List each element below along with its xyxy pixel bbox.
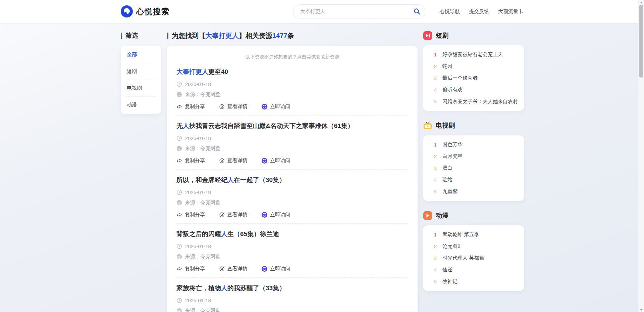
title-highlight: 大奉打更人 [176,68,208,75]
ranking-item[interactable]: 2 沧元图2 [423,240,524,252]
scrollbar-thumb[interactable] [639,5,643,78]
visit-donut-icon [262,212,267,218]
results-count: 1477 [272,32,287,40]
globe-icon [176,92,182,97]
result-title[interactable]: 无人扶我青云志我自踏雪至山巅&名动天下之家事难休（61集） [176,122,408,130]
ranking-item[interactable]: 3 时光代理人 英都篇 [423,252,524,264]
title-text: 背叛之后的闪耀 [176,230,221,237]
ranking-item-title: 闪婚京圈太子爷：夫人她来自农村 [442,98,518,105]
search-input[interactable] [300,9,411,14]
ranking-item[interactable]: 3 漂白 [423,162,524,174]
ranking-title: 电视剧 [436,121,455,130]
copy-share-button[interactable]: 复制分享 [176,103,205,110]
ranking-item-title: 武动乾坤 第五季 [442,231,479,238]
ranking-number: 4 [433,267,437,273]
top-nav-link[interactable]: 大额流量卡 [498,8,523,15]
ranking-item[interactable]: 1 武动乾坤 第五季 [423,229,524,240]
copy-share-button[interactable]: 复制分享 [176,266,205,272]
ranking-item-title: 仙逆 [442,267,452,273]
ranking-item[interactable]: 1 好孕甜妻被钻石老公宠上天 [423,49,524,60]
result-date-row: 2025-01-18 [176,298,408,303]
visit-now-button[interactable]: 立即访问 [262,103,290,110]
result-title[interactable]: 背叛之后的闪耀人生（65集）徐兰迪 [176,230,408,238]
ranking-number: 5 [433,189,437,194]
result-title[interactable]: 所以，和金牌经纪人在一起了（30集） [176,176,408,184]
filter-item[interactable]: 短剧 [126,63,156,80]
view-detail-label: 查看详情 [227,212,248,218]
view-detail-button[interactable]: 查看详情 [219,266,248,272]
result-source: 来源：夸克网盘 [185,145,220,152]
copy-share-label: 复制分享 [185,266,205,272]
visit-now-button[interactable]: 立即访问 [262,158,290,164]
clock-icon [176,81,182,87]
ranking-item[interactable]: 4 仙逆 [423,264,524,276]
ranking-item-title: 蛇园 [442,63,452,70]
ranking-section-short-drama: 短剧 1 好孕甜妻被钻石老公宠上天 2 蛇园 3 最后一个修真者 4 偷听有戏 … [423,31,524,111]
view-detail-label: 查看详情 [227,266,248,272]
copy-share-button[interactable]: 复制分享 [176,212,205,218]
result-source-row: 来源：夸克网盘 [176,254,408,260]
ranking-item[interactable]: 1 国色芳华 [423,139,524,150]
refresh-notice[interactable]: 以下资源不是你想要的？点击尝试获取新资源 [176,51,408,61]
ranking-number: 1 [433,52,437,57]
results-head-keyword: 大奉打更人 [205,31,239,40]
ranking-item[interactable]: 2 蛇园 [423,60,524,72]
ranking-item[interactable]: 2 白月梵星 [423,150,524,162]
title-highlight: 人 [221,230,227,237]
ranking-number: 3 [433,75,437,81]
result-actions: 复制分享 查看详情 立即访问 [176,103,408,110]
share-icon [176,266,182,272]
view-detail-button[interactable]: 查看详情 [219,212,248,218]
video-play-icon [423,31,432,40]
clock-icon [176,189,182,195]
search-button[interactable] [411,5,423,17]
result-source: 来源：夸克网盘 [185,308,220,312]
top-nav-link[interactable]: 心悦导航 [440,8,460,15]
visit-now-button[interactable]: 立即访问 [262,266,290,272]
eye-icon [219,266,225,272]
globe-icon [176,146,182,151]
result-source: 来源：夸克网盘 [185,254,220,260]
ranking-item[interactable]: 5 闪婚京圈太子爷：夫人她来自农村 [423,96,524,107]
result-title[interactable]: 大奉打更人更至40 [176,68,408,76]
filter-item[interactable]: 动漫 [126,97,156,113]
ranking-item[interactable]: 5 牧神记 [423,276,524,287]
results-head-suffix: 条 [287,31,294,40]
result-source-row: 来源：夸克网盘 [176,145,408,152]
results-head-mid: 】相关资源 [239,31,272,40]
filter-sidebar: 筛选 全部 短剧 电视剧 动漫 [121,31,161,114]
scrollbar-down-arrow-icon[interactable] [638,307,644,312]
result-title[interactable]: 家族将亡，植物人的我苏醒了（33集） [176,284,408,293]
filter-title: 筛选 [125,31,138,40]
scrollbar-up-arrow-icon[interactable] [638,0,644,5]
copy-share-button[interactable]: 复制分享 [176,158,205,164]
filter-item[interactable]: 电视剧 [126,80,156,97]
view-detail-label: 查看详情 [227,158,248,164]
visit-donut-icon [262,158,267,164]
result-source: 来源：夸克网盘 [185,91,220,98]
ranking-number: 2 [433,63,437,69]
ranking-item[interactable]: 3 最后一个修真者 [423,72,524,84]
filter-item[interactable]: 全部 [126,46,156,63]
ranking-item-title: 偷听有戏 [442,87,463,93]
ranking-item-title: 九重紫 [442,188,458,195]
view-detail-button[interactable]: 查看详情 [219,103,248,110]
ranking-item[interactable]: 5 九重紫 [423,186,524,197]
top-nav-link[interactable]: 提交反馈 [469,8,489,15]
top-header: 心悦搜索 心悦导航 提交反馈 大额流量卡 [0,0,644,23]
browser-scrollbar[interactable] [638,0,644,312]
ranking-item[interactable]: 4 驻站 [423,174,524,186]
result-source-row: 来源：夸克网盘 [176,199,408,206]
copy-share-label: 复制分享 [185,158,205,164]
view-detail-button[interactable]: 查看详情 [219,158,248,164]
brand-logo[interactable]: 心悦搜索 [121,5,170,17]
result-date: 2025-01-18 [185,243,211,249]
visit-now-button[interactable]: 立即访问 [262,212,290,218]
visit-donut-icon [262,104,267,109]
ranking-item[interactable]: 4 偷听有戏 [423,84,524,96]
ranking-item-title: 最后一个修真者 [442,75,478,81]
ranking-number: 1 [433,142,437,147]
search-bar[interactable] [293,4,425,18]
globe-icon [176,200,182,206]
result-item: 大奉打更人更至40 2025-01-18 来源：夸克网盘 [176,61,408,116]
